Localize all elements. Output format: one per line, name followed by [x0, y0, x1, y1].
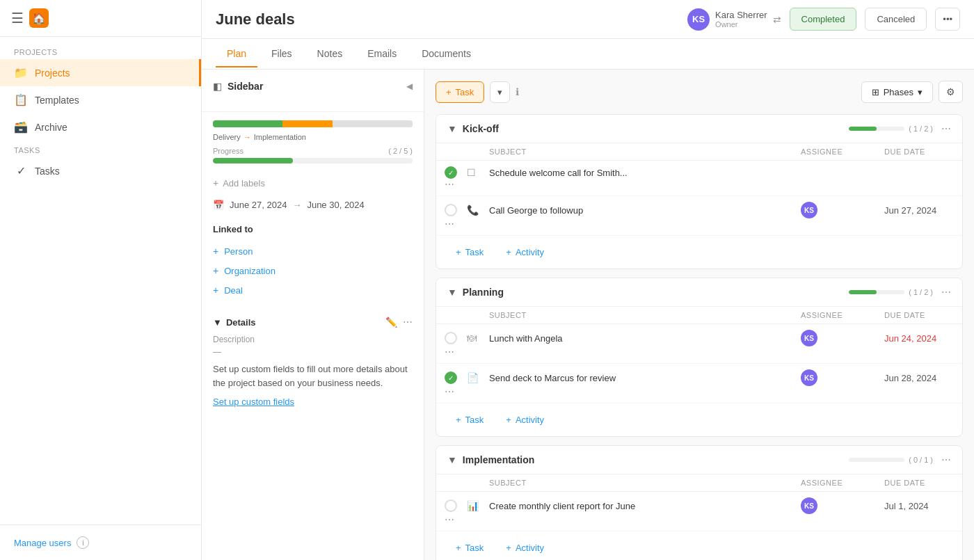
dates-row: 📅 June 27, 2024 → June 30, 2024: [202, 194, 424, 216]
task-name[interactable]: Schedule welcome call for Smith...: [489, 168, 801, 178]
task-row-more[interactable]: ⋯: [445, 346, 467, 358]
linked-org-label: Organization: [224, 266, 276, 276]
task-row-more[interactable]: ⋯: [445, 386, 467, 397]
add-labels-button[interactable]: + Add labels: [202, 172, 424, 194]
kickoff-prog-text: ( 1 / 2 ): [909, 125, 933, 133]
menu-icon[interactable]: ☰: [11, 10, 24, 26]
table-row: 📞 Call George to followup KS Jun 27, 202…: [436, 196, 962, 236]
phases-icon: ⊞: [872, 87, 879, 97]
manage-users-section: Manage users i: [0, 525, 201, 560]
linked-item-deal[interactable]: + Deal: [213, 280, 413, 300]
sidebar-toggle-icon[interactable]: ◧: [213, 81, 222, 92]
table-row: 🍽 Lunch with Angela KS Jun 24, 2024 ⋯: [436, 324, 962, 364]
task-row-more[interactable]: ⋯: [445, 218, 467, 230]
plus-icon-org: +: [213, 265, 218, 276]
add-task-footer-button[interactable]: + Task: [447, 243, 492, 262]
task-table-header-planning: Subject Assignee Due date: [436, 307, 962, 324]
col-assignee: Assignee: [801, 479, 884, 487]
manage-users-info-icon[interactable]: i: [77, 536, 89, 549]
details-edit-button[interactable]: ✏️: [385, 317, 397, 328]
canceled-button[interactable]: Canceled: [865, 8, 927, 31]
progress-bar: [213, 120, 413, 127]
settings-button[interactable]: ⚙: [939, 81, 963, 103]
kickoff-more-icon[interactable]: ⋯: [941, 123, 951, 134]
sidebar-item-archive[interactable]: 🗃️ Archive: [0, 113, 201, 141]
linked-deal-label: Deal: [224, 285, 243, 296]
task-dropdown-button[interactable]: ▾: [490, 81, 510, 103]
add-task-button[interactable]: + Task: [436, 81, 484, 103]
task-type-icon: ☐: [467, 167, 489, 178]
manage-users-button[interactable]: Manage users: [14, 538, 71, 548]
task-row-more[interactable]: ⋯: [445, 179, 467, 190]
date-separator: →: [292, 200, 301, 210]
description-label: Description: [213, 335, 413, 344]
tab-notes[interactable]: Notes: [306, 41, 354, 67]
details-more-button[interactable]: ⋯: [403, 317, 413, 328]
tab-files[interactable]: Files: [260, 41, 303, 67]
panel-header-section: ◧ Sidebar ◀: [202, 70, 424, 112]
end-date[interactable]: June 30, 2024: [307, 200, 364, 210]
description-text: Set up custom fields to fill out more de…: [213, 362, 413, 390]
kickoff-collapse-icon[interactable]: ▼: [447, 123, 457, 134]
implementation-collapse-icon[interactable]: ▼: [447, 454, 457, 465]
task-lunch-icon: 🍽: [467, 333, 489, 344]
table-row: 📊 Create monthly client report for June …: [436, 492, 962, 531]
linked-item-person[interactable]: + Person: [213, 241, 413, 261]
tab-emails[interactable]: Emails: [356, 41, 408, 67]
task-check-open[interactable]: [445, 499, 457, 512]
task-check-done[interactable]: ✓: [445, 371, 457, 384]
task-icon-btn: +: [446, 87, 452, 97]
avatar: KS: [801, 330, 817, 346]
task-name[interactable]: Call George to followup: [489, 205, 801, 216]
plus-icon-deal: +: [213, 285, 218, 296]
task-check-open[interactable]: [445, 204, 457, 216]
planning-prog-fill: [849, 290, 877, 294]
add-task-icon: +: [456, 415, 461, 425]
info-icon[interactable]: ℹ: [516, 86, 519, 97]
sub-prog-fill: [213, 158, 293, 163]
archive-icon: 🗃️: [14, 120, 28, 134]
planning-more-icon[interactable]: ⋯: [941, 287, 951, 298]
phases-button[interactable]: ⊞ Phases ▾: [861, 81, 933, 103]
linked-item-organization[interactable]: + Organization: [213, 261, 413, 280]
task-row-more[interactable]: ⋯: [445, 514, 467, 525]
transfer-icon[interactable]: ⇄: [773, 14, 781, 25]
add-activity-impl-button[interactable]: + Activity: [497, 538, 552, 557]
collapse-icon[interactable]: ◀: [406, 81, 413, 91]
tab-plan[interactable]: Plan: [216, 41, 257, 67]
avatar: KS: [801, 369, 817, 386]
implementation-phase-name: Implementation: [463, 454, 849, 465]
start-date[interactable]: June 27, 2024: [230, 200, 287, 210]
col-done: [445, 147, 467, 156]
add-task-impl-button[interactable]: + Task: [447, 538, 492, 557]
col-subject: Subject: [489, 311, 801, 319]
panel-header: ◧ Sidebar ◀: [213, 81, 413, 92]
sidebar-item-projects[interactable]: 📁 Projects: [0, 59, 201, 86]
sidebar-item-tasks[interactable]: ✓ Tasks: [0, 157, 201, 184]
task-name[interactable]: Lunch with Angela: [489, 333, 801, 344]
add-activity-footer-button[interactable]: + Activity: [497, 243, 552, 262]
avatar: KS: [687, 8, 710, 31]
sidebar-top: ☰ 🏠: [0, 0, 201, 37]
tab-documents[interactable]: Documents: [410, 41, 482, 67]
task-check-done[interactable]: ✓: [445, 166, 457, 179]
set-fields-button[interactable]: Set up custom fields: [213, 397, 294, 407]
details-collapse-icon[interactable]: ▼: [213, 317, 222, 328]
task-check-open[interactable]: [445, 332, 457, 344]
implementation-label: Implementation: [254, 133, 306, 141]
add-activity-planning-button[interactable]: + Activity: [497, 410, 552, 429]
more-options-button[interactable]: •••: [935, 8, 960, 31]
kickoff-progress: ( 1 / 2 ): [849, 125, 933, 133]
implementation-prog-bar: [849, 458, 904, 462]
add-task-planning-button[interactable]: + Task: [447, 410, 492, 429]
sidebar-item-templates[interactable]: 📋 Templates: [0, 86, 201, 113]
completed-button[interactable]: Completed: [790, 8, 857, 31]
task-name[interactable]: Send deck to Marcus for review: [489, 373, 801, 383]
details-title: Details: [226, 317, 256, 328]
planning-collapse-icon[interactable]: ▼: [447, 287, 457, 298]
phase-section-planning: ▼ Planning ( 1 / 2 ) ⋯ Subject: [436, 278, 963, 437]
implementation-more-icon[interactable]: ⋯: [941, 454, 951, 465]
planning-phase-name: Planning: [463, 287, 849, 298]
task-name[interactable]: Create monthly client report for June: [489, 501, 801, 511]
home-icon[interactable]: 🏠: [29, 8, 49, 28]
